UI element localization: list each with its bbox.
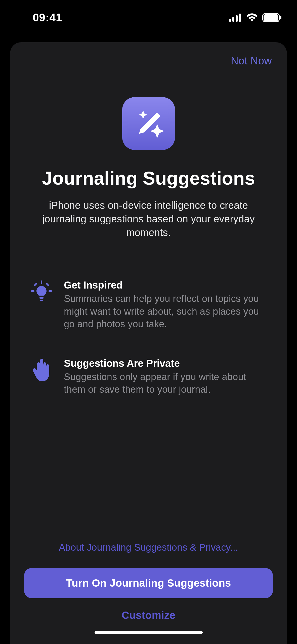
footer: About Journaling Suggestions & Privacy..… bbox=[24, 538, 273, 634]
svg-rect-5 bbox=[264, 14, 278, 21]
wand-sparkles-icon bbox=[131, 106, 166, 141]
svg-rect-10 bbox=[40, 300, 43, 301]
svg-rect-12 bbox=[41, 280, 42, 284]
feature-row: Suggestions Are Private Suggestions only… bbox=[31, 358, 266, 396]
svg-rect-3 bbox=[239, 14, 241, 22]
feature-list: Get Inspired Summaries can help you refl… bbox=[24, 279, 273, 396]
page-subtitle: iPhone uses on-device intelligence to cr… bbox=[39, 198, 258, 239]
svg-rect-6 bbox=[280, 16, 281, 19]
feature-body: Suggestions only appear if you write abo… bbox=[64, 371, 266, 396]
svg-rect-13 bbox=[31, 290, 34, 292]
svg-rect-0 bbox=[229, 19, 231, 22]
lightbulb-icon bbox=[31, 279, 52, 304]
wifi-icon bbox=[246, 13, 258, 22]
feature-title: Suggestions Are Private bbox=[64, 358, 266, 369]
battery-icon bbox=[262, 13, 282, 22]
status-time: 09:41 bbox=[33, 11, 62, 24]
suggestions-app-icon bbox=[122, 97, 175, 150]
status-bar: 09:41 bbox=[0, 0, 297, 35]
svg-rect-1 bbox=[232, 17, 234, 22]
svg-rect-16 bbox=[46, 283, 49, 286]
feature-body: Summaries can help you reflect on topics… bbox=[64, 292, 266, 331]
svg-rect-14 bbox=[49, 290, 52, 292]
cellular-icon bbox=[229, 14, 242, 22]
hand-icon bbox=[31, 358, 52, 381]
privacy-link[interactable]: About Journaling Suggestions & Privacy..… bbox=[24, 538, 273, 557]
svg-rect-2 bbox=[236, 15, 238, 22]
not-now-button[interactable]: Not Now bbox=[230, 52, 273, 69]
hero: Journaling Suggestions iPhone uses on-de… bbox=[24, 97, 273, 239]
svg-rect-15 bbox=[34, 283, 37, 286]
home-indicator bbox=[95, 631, 203, 634]
turn-on-button[interactable]: Turn On Journaling Suggestions bbox=[24, 568, 273, 598]
svg-rect-11 bbox=[39, 297, 44, 299]
onboarding-sheet: Not Now Journaling Suggestions iPhone us… bbox=[10, 42, 287, 644]
page-title: Journaling Suggestions bbox=[42, 168, 255, 189]
feature-row: Get Inspired Summaries can help you refl… bbox=[31, 279, 266, 331]
feature-title: Get Inspired bbox=[64, 279, 266, 291]
customize-button[interactable]: Customize bbox=[24, 598, 273, 629]
status-icons bbox=[229, 13, 282, 22]
